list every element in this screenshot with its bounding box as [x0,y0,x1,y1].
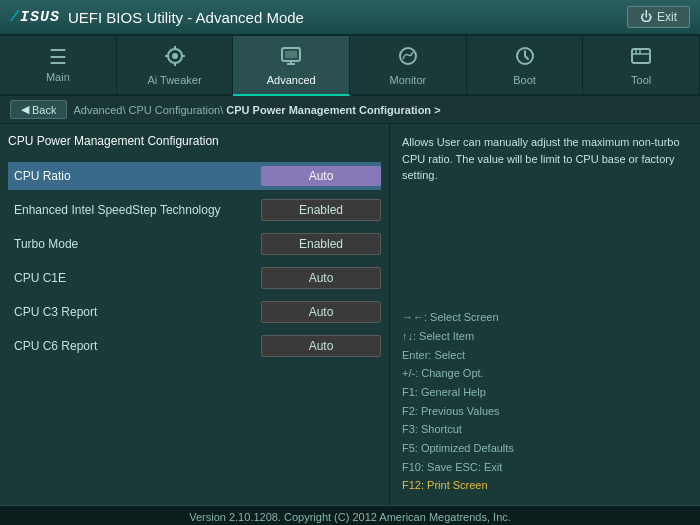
config-row[interactable]: CPU Ratio Auto [8,162,381,190]
key-hint-text: ↑↓: Select Item [402,327,688,346]
tab-tool[interactable]: Tool [583,36,700,94]
key-hint: F12: Print Screen [402,476,688,495]
svg-rect-12 [632,49,650,63]
config-value: Auto [261,267,381,289]
breadcrumb-current: CPU Power Management Configuration > [226,104,440,116]
config-value: Auto [261,335,381,357]
key-hint-text: F12: Print Screen [402,479,488,491]
exit-label: Exit [657,10,677,24]
title-text: UEFI BIOS Utility - Advanced Mode [68,9,304,26]
tab-icon-boot [514,45,536,70]
config-label: CPU Ratio [8,165,261,187]
tab-label-boot: Boot [513,74,536,86]
exit-icon: ⏻ [640,10,652,24]
key-hint-text: F3: Shortcut [402,420,688,439]
main-content: CPU Power Management Configuration CPU R… [0,124,700,505]
key-hint-text: +/-: Change Opt. [402,364,688,383]
key-hint-text: F5: Optimized Defaults [402,439,688,458]
help-text: Allows User can manually adjust the maxi… [402,134,688,184]
section-title: CPU Power Management Configuration [8,134,381,152]
config-list: CPU Ratio Auto Enhanced Intel SpeedStep … [8,162,381,360]
svg-rect-7 [285,51,297,58]
left-panel: CPU Power Management Configuration CPU R… [0,124,390,505]
config-row[interactable]: Enhanced Intel SpeedStep Technology Enab… [8,196,381,224]
right-panel: Allows User can manually adjust the maxi… [390,124,700,505]
back-arrow-icon: ◀ [21,103,29,116]
config-value: Enabled [261,199,381,221]
config-row[interactable]: Turbo Mode Enabled [8,230,381,258]
tab-icon-advanced [280,45,302,70]
key-hint-text: F1: General Help [402,383,688,402]
svg-point-1 [172,53,178,59]
config-value: Enabled [261,233,381,255]
key-hint-text: →←: Select Screen [402,308,688,327]
status-text: Version 2.10.1208. Copyright (C) 2012 Am… [189,511,511,523]
tab-icon-main: ☰ [49,47,67,67]
tab-label-ai-tweaker: Ai Tweaker [147,74,201,86]
svg-point-10 [400,48,416,64]
tab-icon-tool [630,45,652,70]
config-label: Enhanced Intel SpeedStep Technology [8,199,261,221]
tab-icon-ai-tweaker [164,45,186,70]
tab-label-advanced: Advanced [267,74,316,86]
top-bar: /ISUS UEFI BIOS Utility - Advanced Mode … [0,0,700,36]
breadcrumb-path: Advanced\ CPU Configuration\ [73,104,223,116]
tab-label-tool: Tool [631,74,651,86]
tab-label-main: Main [46,71,70,83]
tab-monitor[interactable]: Monitor [350,36,467,94]
key-hint-text: Enter: Select [402,346,688,365]
config-value: Auto [261,301,381,323]
config-row[interactable]: CPU C1E Auto [8,264,381,292]
back-label: Back [32,104,56,116]
key-hint-text: F10: Save ESC: Exit [402,458,688,477]
breadcrumb-text: Advanced\ CPU Configuration\ CPU Power M… [73,104,440,116]
config-value: Auto [261,166,381,186]
tab-advanced[interactable]: Advanced [233,36,350,96]
tab-boot[interactable]: Boot [467,36,584,94]
top-bar-left: /ISUS UEFI BIOS Utility - Advanced Mode [10,9,304,26]
config-row[interactable]: CPU C6 Report Auto [8,332,381,360]
config-row[interactable]: CPU C3 Report Auto [8,298,381,326]
key-hints: →←: Select Screen↑↓: Select ItemEnter: S… [402,308,688,495]
config-label: CPU C1E [8,267,261,289]
tab-label-monitor: Monitor [390,74,427,86]
nav-tabs: ☰ Main Ai Tweaker Advanced Monitor Boot … [0,36,700,96]
tab-icon-monitor [397,45,419,70]
status-bar: Version 2.10.1208. Copyright (C) 2012 Am… [0,505,700,525]
config-label: CPU C6 Report [8,335,261,357]
breadcrumb-bar: ◀ Back Advanced\ CPU Configuration\ CPU … [0,96,700,124]
exit-button[interactable]: ⏻ Exit [627,6,690,28]
key-hint-text: F2: Previous Values [402,402,688,421]
tab-main[interactable]: ☰ Main [0,36,117,94]
config-label: CPU C3 Report [8,301,261,323]
back-button[interactable]: ◀ Back [10,100,67,119]
config-label: Turbo Mode [8,233,261,255]
tab-ai-tweaker[interactable]: Ai Tweaker [117,36,234,94]
asus-logo: /ISUS [10,9,60,26]
